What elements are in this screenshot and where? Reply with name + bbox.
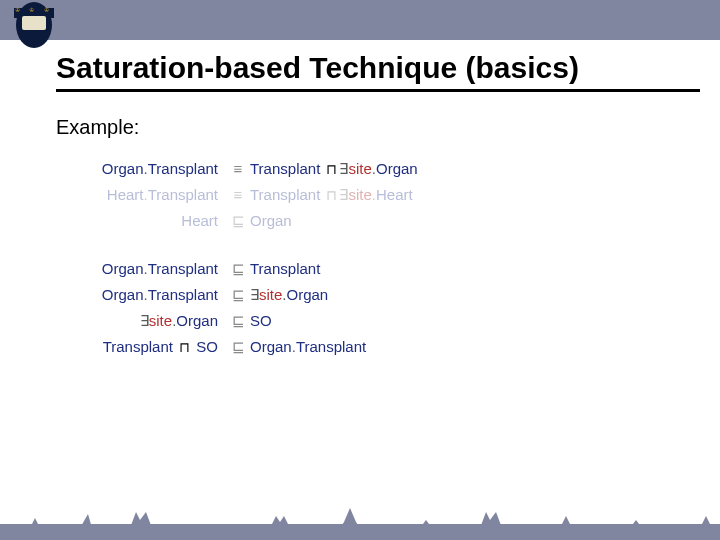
operator-sub: ⊑ <box>226 260 250 278</box>
operator-sqcap: ⊓ <box>324 187 339 203</box>
axiom-group-2: Organ.Transplant ⊑ Transplant Organ.Tran… <box>56 260 680 364</box>
concept: Organ <box>250 338 292 355</box>
concept: Organ <box>102 260 144 277</box>
slide-title: Saturation-based Technique (basics) <box>56 51 579 85</box>
operator-equiv: ≡ <box>226 160 250 177</box>
concept: Transplant <box>250 160 320 177</box>
footer <box>0 498 720 540</box>
concept: SO <box>196 338 218 355</box>
axiom-row: Organ.Transplant ⊑ ∃site.Organ <box>56 286 680 312</box>
role: site <box>348 160 371 177</box>
operator-sub: ⊑ <box>226 338 250 356</box>
role: site <box>348 186 371 203</box>
concept: Transplant <box>148 160 218 177</box>
axiom-row: ∃site.Organ ⊑ SO <box>56 312 680 338</box>
concept: Organ <box>176 312 218 329</box>
concept: Organ <box>250 212 292 229</box>
example-label: Example: <box>56 116 139 139</box>
concept: SO <box>250 312 272 329</box>
concept: Transplant <box>148 286 218 303</box>
title-bar: Saturation-based Technique (basics) <box>56 46 700 92</box>
axiom-row: Organ.Transplant ≡ Transplant ⊓∃site.Org… <box>56 160 680 186</box>
concept: Organ <box>287 286 329 303</box>
axiom-row: Organ.Transplant ⊑ Transplant <box>56 260 680 286</box>
concept: Transplant <box>250 186 320 203</box>
concept: Transplant <box>296 338 366 355</box>
operator-exists: ∃ <box>250 286 259 303</box>
header-bar <box>0 0 720 40</box>
axiom-row: Heart ⊑ Organ <box>56 212 680 238</box>
concept: Heart <box>376 186 413 203</box>
role: site <box>259 286 282 303</box>
concept: Organ <box>376 160 418 177</box>
concept: Organ <box>102 286 144 303</box>
concept: Heart <box>181 212 218 229</box>
concept: Transplant <box>250 260 320 277</box>
concept: Organ <box>102 160 144 177</box>
formula-block: Organ.Transplant ≡ Transplant ⊓∃site.Org… <box>56 160 680 386</box>
concept: Transplant <box>148 186 218 203</box>
axiom-row: Heart.Transplant ≡ Transplant ⊓∃site.Hea… <box>56 186 680 212</box>
operator-equiv: ≡ <box>226 186 250 203</box>
operator-sub: ⊑ <box>226 212 250 230</box>
axiom-row: Transplant ⊓ SO ⊑ Organ.Transplant <box>56 338 680 364</box>
operator-exists: ∃ <box>140 312 149 329</box>
concept: Transplant <box>103 338 173 355</box>
operator-sub: ⊑ <box>226 312 250 330</box>
footer-band <box>0 524 720 540</box>
role: site <box>149 312 172 329</box>
concept: Heart <box>107 186 144 203</box>
concept: Transplant <box>148 260 218 277</box>
axiom-group-1: Organ.Transplant ≡ Transplant ⊓∃site.Org… <box>56 160 680 238</box>
operator-sub: ⊑ <box>226 286 250 304</box>
operator-sqcap: ⊓ <box>324 161 339 177</box>
university-crest: ♔ ♔ ♔ <box>14 2 54 50</box>
operator-sqcap: ⊓ <box>177 339 192 355</box>
